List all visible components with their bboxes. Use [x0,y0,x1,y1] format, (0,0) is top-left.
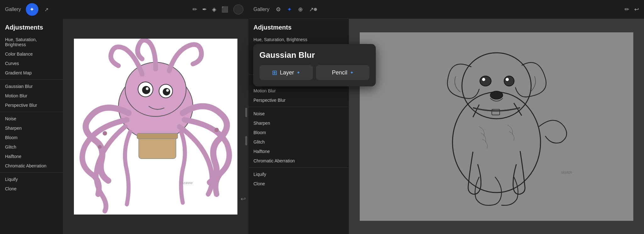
right-sidebar-item-perspective-blur[interactable]: Perspective Blur [248,95,349,105]
left-sidebar-title: Adjustments [0,21,63,35]
right-toolbar: Gallery ⚙ ✦ ⊕ ↗ ✏ ↩ [248,0,644,19]
active-tool-button[interactable]: ✦ [25,2,39,17]
undo-button[interactable]: ↩ [241,195,246,203]
divider-1 [0,79,63,80]
layer-label: Layer [280,69,294,76]
magic-wand-icon: ✦ [30,6,34,13]
sidebar-item-sharpen[interactable]: Sharpen [0,123,63,133]
right-sidebar-item-motion-blur[interactable]: Motion Blur [248,86,349,95]
right-sidebar-item-chromatic-aberration[interactable]: Chromatic Aberration [248,156,349,166]
smudge-icon[interactable]: ◈ [212,6,216,13]
gallery-button-right[interactable]: Gallery [253,7,269,12]
svg-point-7 [166,89,169,92]
pencil-icon-right[interactable]: ✏ [625,6,629,13]
right-toolbar-icons: ⚙ ✦ ⊕ ↗ [276,6,314,13]
undo-icon-right[interactable]: ↩ [634,6,639,13]
right-sidebar-item-sharpen[interactable]: Sharpen [248,118,349,128]
svg-point-12 [214,128,219,132]
right-sidebar-item-bloom[interactable]: Bloom [248,128,349,137]
pencil-option[interactable]: Pencil ✦ [316,65,369,80]
share-icon-right[interactable]: ↗ [309,6,314,13]
sidebar-item-hue[interactable]: Hue, Saturation, Brightness [0,35,63,49]
sidebar-item-motion-blur[interactable]: Motion Blur [0,91,63,101]
left-toolbar: Gallery ✦ ↗ ✏ ✒ ◈ ⬛ [0,0,248,19]
canvas-right[interactable]: sketch [360,32,633,221]
right-sidebar-item-liquify[interactable]: Liquify [248,170,349,179]
toolbar-right: ✏ ✒ ◈ ⬛ [192,4,243,14]
svg-point-5 [163,88,170,95]
right-divider-2 [248,107,349,107]
share-icon[interactable]: ↗ [44,7,48,13]
sidebar-item-glitch[interactable]: Glitch [0,142,63,152]
svg-rect-9 [137,133,178,139]
sidebar-item-gradient-map[interactable]: Gradient Map [0,68,63,78]
divider-3 [0,172,63,173]
svg-point-19 [480,76,491,86]
right-sidebar-item-clone[interactable]: Clone [248,179,349,188]
sidebar-item-gaussian-blur[interactable]: Gaussian Blur [0,82,63,91]
right-sidebar-item-hue[interactable]: Hue, Saturation, Brightness [248,35,349,44]
canvas-left[interactable]: Suzanne [74,39,237,215]
sidebar-item-clone[interactable]: Clone [0,184,63,193]
left-panel: Gallery ✦ ↗ ✏ ✒ ◈ ⬛ Adjustments Hue, Sat… [0,0,248,234]
gaussian-options: ⊞ Layer ✦ Pencil ✦ [259,65,369,80]
color-picker[interactable] [233,4,243,14]
svg-text:sketch: sketch [561,170,572,175]
sidebar-item-bloom[interactable]: Bloom [0,133,63,142]
pen-icon[interactable]: ✒ [202,6,207,13]
layers-icon[interactable]: ⊕ [298,6,303,13]
sidebar-item-curves[interactable]: Curves [0,59,63,68]
dot-indicator [314,8,317,11]
scroll-thumb-bottom [245,136,247,145]
sidebar-item-perspective-blur[interactable]: Perspective Blur [0,101,63,110]
layer-add-icon: ✦ [297,70,300,75]
pencil-label: Pencil [332,69,347,76]
svg-point-22 [506,78,509,81]
svg-point-6 [146,87,149,90]
svg-point-11 [98,145,102,149]
right-sidebar-item-glitch[interactable]: Glitch [248,137,349,147]
sidebar-item-color-balance[interactable]: Color Balance [0,49,63,59]
svg-point-21 [482,78,485,81]
sidebar-item-halftone[interactable]: Halftone [0,152,63,161]
svg-point-10 [103,131,107,135]
canvas-area-left: Suzanne ↩ [63,19,248,234]
pencil-add-icon: ✦ [350,70,354,75]
layer-plus-icon: ⊞ [272,69,277,76]
canvas-scrollbar-left[interactable] [245,108,247,145]
svg-point-20 [504,76,514,86]
dog-illustration: sketch [360,32,633,221]
right-toolbar-right: ✏ ↩ [625,6,639,13]
gaussian-blur-popup: Gaussian Blur ⊞ Layer ✦ Pencil ✦ [253,44,376,86]
magic-icon[interactable]: ✦ [287,6,292,13]
wrench-icon[interactable]: ⚙ [276,6,281,13]
pencil-icon[interactable]: ✏ [192,6,197,13]
right-panel: Gallery ⚙ ✦ ⊕ ↗ ✏ ↩ Adjustments Hue, Sat… [248,0,644,234]
right-sidebar-item-noise[interactable]: Noise [248,109,349,118]
svg-point-4 [142,86,150,94]
gaussian-blur-title: Gaussian Blur [259,50,369,60]
fill-icon[interactable]: ⬛ [221,6,228,13]
layer-option[interactable]: ⊞ Layer ✦ [259,65,313,80]
octopus-illustration: Suzanne [74,39,237,215]
canvas-area-right: sketch [349,19,644,234]
sidebar-item-noise[interactable]: Noise [0,114,63,123]
right-sidebar-item-halftone[interactable]: Halftone [248,147,349,156]
right-sidebar-title: Adjustments [248,21,349,35]
right-divider-3 [248,167,349,168]
svg-text:Suzanne: Suzanne [179,181,192,185]
svg-point-23 [490,91,503,99]
scroll-thumb-top [245,108,247,117]
sidebar-item-liquify[interactable]: Liquify [0,175,63,184]
gallery-button-left[interactable]: Gallery [5,7,21,12]
left-sidebar: Adjustments Hue, Saturation, Brightness … [0,19,63,234]
sidebar-item-chromatic-aberration[interactable]: Chromatic Aberration [0,161,63,171]
divider-2 [0,112,63,112]
